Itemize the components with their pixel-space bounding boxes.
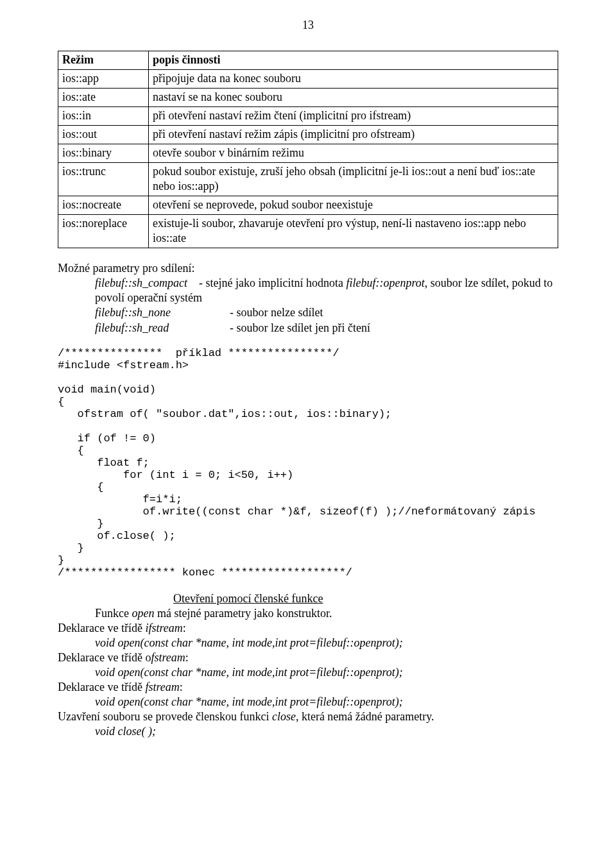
close-line: Uzavření souboru se provede členskou fun… [58, 709, 558, 724]
param-label: filebuf::sh_read [95, 321, 230, 335]
share-param-compact: filebuf::sh_compact - stejné jako implic… [95, 276, 558, 305]
text-ital: fstream [151, 651, 185, 664]
text: má stejné parametry jako konstruktor. [155, 607, 332, 620]
page-number: 13 [58, 18, 558, 33]
decl-ifstream: Deklarace ve třídě ifstream: [58, 621, 558, 636]
text: Deklarace ve třídě [58, 622, 145, 634]
mode-desc: pokud soubor existuje, zruší jeho obsah … [149, 163, 558, 196]
mode-desc: při otevření nastaví režim zápis (implic… [149, 126, 558, 144]
text-ital: ifstream [145, 622, 182, 634]
modes-table: Režim popis činnosti ios::apppřipojuje d… [58, 51, 558, 248]
open-line1: Funkce open má stejné parametry jako kon… [95, 606, 558, 621]
text: , která nemá žádné parametry. [296, 710, 434, 723]
table-row: ios::outpři otevření nastaví režim zápis… [58, 126, 558, 144]
table-row: ios::nocreateotevření se neprovede, poku… [58, 196, 558, 215]
mode-name: ios::trunc [58, 163, 149, 196]
share-param-none: filebuf::sh_none - soubor nelze sdílet [95, 305, 558, 320]
share-params-section: Možné parametry pro sdílení: filebuf::sh… [58, 261, 558, 335]
param-text-ital: filebuf::openprot [346, 276, 424, 289]
param-label: filebuf::sh_compact [95, 276, 187, 289]
param-desc: - soubor lze sdílet jen při čtení [230, 321, 370, 335]
text-ital: open [132, 607, 155, 620]
table-row: ios::binaryotevře soubor v binárním reži… [58, 144, 558, 163]
table-row: ios::apppřipojuje data na konec souboru [58, 70, 558, 89]
table-header-right: popis činnosti [149, 51, 558, 70]
code-example: /*************** příklad ***************… [58, 347, 558, 579]
decl-ofstream: Deklarace ve třídě ofstream: [58, 650, 558, 665]
text: Uzavření souboru se provede členskou fun… [58, 710, 272, 723]
param-desc: - soubor nelze sdílet [230, 305, 323, 320]
mode-name: ios::app [58, 70, 149, 89]
text: : [180, 681, 183, 693]
mode-name: ios::noreplace [58, 215, 149, 248]
param-label: filebuf::sh_none [95, 305, 230, 320]
mode-desc: nastaví se na konec souboru [149, 89, 558, 107]
mode-desc: při otevření nastaví režim čtení (implic… [149, 107, 558, 126]
table-row: ios::noreplaceexistuje-li soubor, zhavar… [58, 215, 558, 248]
decl-sig: void open(const char *name, int mode,int… [95, 695, 558, 709]
share-params-heading: Možné parametry pro sdílení: [58, 261, 558, 276]
mode-desc: otevře soubor v binárním režimu [149, 144, 558, 163]
decl-sig: void open(const char *name, int mode,int… [95, 636, 558, 650]
decl-sig: void open(const char *name, int mode,int… [95, 665, 558, 680]
param-text: - stejné jako implicitní hodnota [199, 276, 346, 289]
text: Funkce [95, 607, 132, 620]
table-header-row: Režim popis činnosti [58, 51, 558, 70]
mode-name: ios::in [58, 107, 149, 126]
share-param-read: filebuf::sh_read - soubor lze sdílet jen… [95, 321, 558, 335]
mode-name: ios::binary [58, 144, 149, 163]
param-text [190, 276, 199, 289]
text-ital: close [272, 710, 296, 723]
text: : [185, 651, 189, 664]
table-header-left: Režim [58, 51, 149, 70]
table-row: ios::atenastaví se na konec souboru [58, 89, 558, 107]
mode-name: ios::ate [58, 89, 149, 107]
text: : [183, 622, 186, 634]
mode-name: ios::out [58, 126, 149, 144]
mode-name: ios::nocreate [58, 196, 149, 215]
close-sig: void close( ); [95, 724, 558, 739]
open-function-section: Otevření pomocí členské funkce Funkce op… [58, 591, 558, 739]
text-ital: fstream [145, 681, 179, 693]
decl-fstream: Deklarace ve třídě fstream: [58, 680, 558, 695]
table-row: ios::truncpokud soubor existuje, zruší j… [58, 163, 558, 196]
mode-desc: připojuje data na konec souboru [149, 70, 558, 89]
table-row: ios::inpři otevření nastaví režim čtení … [58, 107, 558, 126]
mode-desc: existuje-li soubor, zhavaruje otevření p… [149, 215, 558, 248]
text: Deklarace ve třídě o [58, 651, 151, 664]
open-heading: Otevření pomocí členské funkce [173, 591, 558, 606]
mode-desc: otevření se neprovede, pokud soubor neex… [149, 196, 558, 215]
text: Deklarace ve třídě [58, 681, 145, 693]
